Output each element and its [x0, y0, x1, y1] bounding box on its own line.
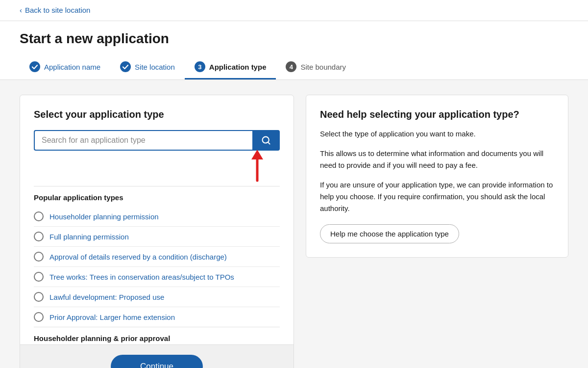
- step-3-label: Application type: [209, 63, 267, 71]
- back-link[interactable]: ‹ Back to site location: [20, 6, 90, 14]
- search-icon: [261, 135, 271, 145]
- radio-full-planning[interactable]: [34, 232, 44, 241]
- list-item[interactable]: Approval of details reserved by a condit…: [34, 247, 280, 267]
- search-input[interactable]: [34, 130, 252, 151]
- step-site-boundary[interactable]: 4 Site boundary: [276, 56, 356, 79]
- red-arrow-icon: [247, 149, 267, 183]
- back-link-label: Back to site location: [25, 6, 90, 14]
- radio-prior-approval[interactable]: [34, 312, 44, 322]
- step-site-location[interactable]: Site location: [110, 56, 185, 79]
- help-para-3: If you are unsure of your application ty…: [320, 179, 554, 214]
- svg-marker-1: [251, 150, 263, 159]
- continue-section: Continue: [20, 344, 294, 368]
- radio-label-approval-details[interactable]: Approval of details reserved by a condit…: [49, 253, 227, 261]
- bottom-section-title: Householder planning & prior approval: [34, 327, 280, 344]
- list-item[interactable]: Householder planning permission: [34, 207, 280, 227]
- step-application-type[interactable]: 3 Application type: [185, 56, 276, 79]
- list-item[interactable]: Tree works: Trees in conservation areas/…: [34, 267, 280, 287]
- stepper: Application name Site location 3 Applica…: [20, 56, 568, 79]
- list-item[interactable]: Full planning permission: [34, 227, 280, 247]
- radio-label-householder[interactable]: Householder planning permission: [49, 212, 159, 221]
- radio-label-prior-approval[interactable]: Prior Approval: Larger home extension: [49, 313, 175, 321]
- select-application-type-card: Select your application type Popular app…: [20, 95, 294, 368]
- step-2-label: Site location: [135, 63, 175, 71]
- search-wrapper: [34, 130, 280, 151]
- radio-lawful-dev[interactable]: [34, 292, 44, 302]
- radio-householder[interactable]: [34, 211, 44, 221]
- step-application-name[interactable]: Application name: [20, 56, 110, 79]
- step-4-label: Site boundary: [300, 63, 346, 71]
- radio-approval-details[interactable]: [34, 252, 44, 262]
- top-nav: ‹ Back to site location: [0, 0, 588, 21]
- step-2-check-icon: [120, 61, 131, 72]
- left-card-title: Select your application type: [34, 109, 280, 120]
- list-item[interactable]: Lawful development: Proposed use: [34, 287, 280, 307]
- continue-button[interactable]: Continue: [111, 355, 203, 368]
- help-para-1: Select the type of application you want …: [320, 128, 554, 140]
- list-item[interactable]: Prior Approval: Larger home extension: [34, 307, 280, 327]
- help-para-2: This allows us to determine what informa…: [320, 148, 554, 171]
- radio-label-lawful-dev[interactable]: Lawful development: Proposed use: [49, 293, 164, 301]
- popular-section-title: Popular application types: [34, 186, 280, 207]
- help-card: Need help selecting your application typ…: [306, 95, 568, 258]
- chevron-left-icon: ‹: [20, 6, 22, 14]
- page-header: Start a new application Application name…: [0, 21, 588, 80]
- main-content: Select your application type Popular app…: [0, 80, 588, 368]
- application-type-list: Householder planning permission Full pla…: [34, 207, 280, 327]
- page-title: Start a new application: [20, 31, 568, 47]
- search-button[interactable]: [252, 130, 280, 151]
- step-1-check-icon: [29, 61, 40, 72]
- radio-label-tree-works[interactable]: Tree works: Trees in conservation areas/…: [49, 273, 234, 281]
- help-choose-button[interactable]: Help me choose the application type: [320, 224, 459, 243]
- step-1-label: Application name: [44, 63, 100, 71]
- radio-label-full-planning[interactable]: Full planning permission: [49, 233, 129, 241]
- arrow-annotation: [34, 153, 280, 182]
- step-4-number-icon: 4: [286, 61, 296, 72]
- step-3-number-icon: 3: [195, 61, 205, 72]
- radio-tree-works[interactable]: [34, 272, 44, 282]
- help-card-title: Need help selecting your application typ…: [320, 109, 554, 120]
